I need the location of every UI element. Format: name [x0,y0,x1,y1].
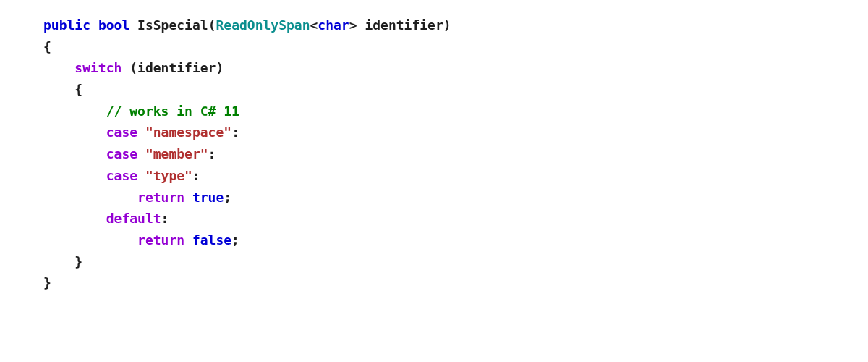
type-readonlyspan: ReadOnlySpan [216,17,310,33]
colon: : [161,211,169,226]
string-literal: "type" [145,168,192,183]
keyword-case: case [106,146,137,161]
colon: : [208,146,216,161]
code-line: } [43,275,51,290]
keyword-default: default [106,211,161,226]
code-line: { [43,39,51,54]
colon: : [231,125,239,140]
param-name: identifier [357,17,443,33]
code-line: case "type": [43,168,200,183]
code-line: { [43,82,82,97]
keyword-true: true [192,190,224,205]
keyword-return: return [137,232,184,248]
colon: : [192,168,200,183]
keyword-public: public [43,17,90,33]
code-line: case "member": [43,146,216,161]
code-line: // works in C# 11 [43,104,239,119]
string-literal: "member" [145,146,208,161]
keyword-false: false [192,232,231,248]
open-brace: { [75,82,82,97]
keyword-bool: bool [98,17,129,33]
open-brace: { [43,39,51,54]
semicolon: ; [231,232,239,248]
rparen: ) [216,60,224,75]
code-line: return false; [43,232,239,248]
keyword-case: case [106,125,137,140]
method-name: IsSpecial [137,17,208,33]
code-line: public bool IsSpecial(ReadOnlySpan<char>… [43,17,451,33]
code-line: default: [43,211,169,226]
keyword-char: char [318,17,349,33]
code-line: switch (identifier) [43,60,224,75]
switch-expr: identifier [137,60,216,75]
code-line: } [43,254,82,269]
keyword-return: return [137,190,184,205]
string-literal: "namespace" [145,125,231,140]
lparen: ( [122,60,137,75]
close-brace: } [75,254,82,269]
comment: // works in C# 11 [106,104,239,119]
semicolon: ; [224,190,231,205]
keyword-switch: switch [75,60,122,75]
lparen: ( [208,17,216,33]
code-line: case "namespace": [43,125,239,140]
rparen: ) [443,17,451,33]
code-block: public bool IsSpecial(ReadOnlySpan<char>… [0,0,868,308]
gt: > [349,17,357,33]
code-line: return true; [43,190,231,205]
lt: < [310,17,318,33]
close-brace: } [43,275,51,290]
keyword-case: case [106,168,137,183]
